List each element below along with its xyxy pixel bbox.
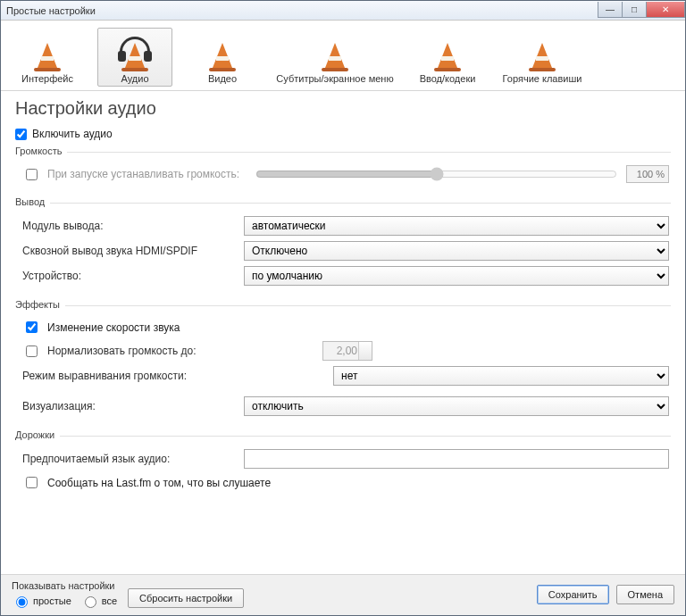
tab-hotkeys[interactable]: Горячие клавиши — [498, 28, 587, 87]
radio-simple[interactable]: простые — [12, 594, 71, 608]
save-button[interactable]: Сохранить — [537, 585, 609, 604]
tab-video[interactable]: Видео — [185, 28, 260, 87]
maximize-button[interactable]: □ — [622, 2, 647, 18]
page-title: Настройки аудио — [15, 98, 671, 119]
cone-icon — [434, 39, 461, 71]
startup-volume-slider[interactable] — [255, 167, 617, 181]
cone-icon — [34, 39, 61, 71]
fieldset-tracks: Дорожки Предпочитаемый язык аудио: Сообщ… — [15, 429, 671, 499]
footer: Показывать настройки простые все Сбросит… — [1, 574, 685, 615]
preferences-window: Простые настройки — □ ✕ Интерфейс Аудио … — [0, 0, 686, 616]
normalize-label: Нормализовать громкость до: — [47, 345, 315, 357]
close-button[interactable]: ✕ — [646, 2, 685, 18]
tab-interface[interactable]: Интерфейс — [10, 28, 85, 87]
enable-audio-label: Включить аудио — [32, 128, 113, 140]
fieldset-effects: Эффекты Изменение скорости звука Нормали… — [15, 299, 671, 424]
replaygain-select[interactable]: нет — [333, 366, 669, 386]
minimize-button[interactable]: — — [598, 2, 623, 18]
window-title: Простые настройки — [6, 5, 96, 16]
lastfm-label: Сообщать на Last.fm о том, что вы слушае… — [47, 477, 271, 489]
normalize-checkbox[interactable] — [26, 345, 38, 357]
reset-button[interactable]: Сбросить настройки — [128, 588, 244, 608]
audio-lang-label: Предпочитаемый язык аудио: — [22, 453, 237, 465]
titlebar: Простые настройки — □ ✕ — [1, 1, 685, 21]
cone-icon — [209, 39, 236, 71]
cone-headphones-icon — [121, 39, 148, 71]
cancel-button[interactable]: Отмена — [616, 585, 674, 604]
tab-input-codecs[interactable]: Ввод/кодеки — [410, 28, 485, 87]
category-tabs: Интерфейс Аудио Видео Субтитры/экранное … — [1, 21, 685, 91]
spdif-select[interactable]: Отключено — [244, 241, 669, 261]
normalize-spinner[interactable]: 2,00 — [322, 341, 372, 361]
device-label: Устройство: — [22, 270, 237, 282]
show-settings-label: Показывать настройки — [12, 580, 117, 591]
startup-volume-checkbox[interactable] — [26, 169, 38, 180]
visual-label: Визуализация: — [22, 400, 237, 412]
enable-audio-checkbox[interactable] — [15, 129, 27, 140]
replaygain-label: Режим выравнивания громкости: — [22, 370, 326, 382]
cone-icon — [322, 39, 348, 71]
page-body: Настройки аудио Включить аудио Громкость… — [1, 91, 685, 574]
spdif-label: Сквозной вывод звука HDMI/SPDIF — [22, 245, 237, 257]
tab-subtitles[interactable]: Субтитры/экранное меню — [272, 28, 397, 87]
fieldset-volume: Громкость При запуске устанавливать гром… — [15, 146, 671, 191]
volume-legend: Громкость — [15, 146, 67, 156]
device-select[interactable]: по умолчанию — [244, 266, 669, 286]
output-module-label: Модуль вывода: — [22, 220, 237, 232]
audio-lang-input[interactable] — [244, 449, 669, 469]
radio-all[interactable]: все — [80, 594, 117, 608]
pitch-label: Изменение скорости звука — [47, 321, 180, 334]
fieldset-output: Вывод Модуль вывода: автоматически Сквоз… — [15, 196, 671, 294]
tab-audio[interactable]: Аудио — [97, 28, 172, 87]
visual-select[interactable]: отключить — [244, 396, 669, 416]
lastfm-checkbox[interactable] — [26, 477, 38, 488]
cone-icon — [529, 39, 556, 71]
effects-legend: Эффекты — [15, 299, 65, 310]
startup-volume-label: При запуске устанавливать громкость: — [47, 168, 239, 180]
tracks-legend: Дорожки — [15, 429, 60, 440]
output-legend: Вывод — [15, 196, 50, 207]
output-module-select[interactable]: автоматически — [244, 216, 669, 236]
pitch-checkbox[interactable] — [26, 321, 38, 333]
startup-volume-percent: 100 % — [626, 165, 669, 183]
